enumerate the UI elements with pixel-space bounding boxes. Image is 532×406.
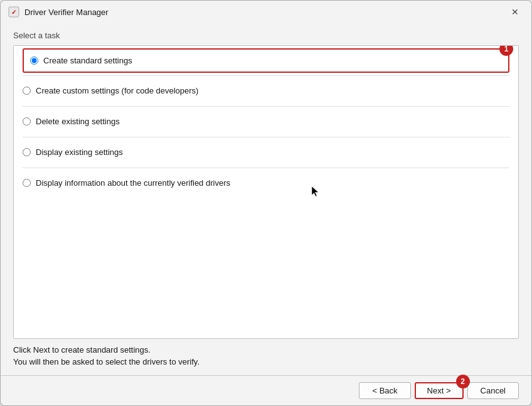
window-title: Driver Verifier Manager — [24, 8, 109, 17]
option-4-label[interactable]: Display existing settings — [36, 147, 123, 157]
option-4-row[interactable]: Display existing settings — [23, 137, 509, 168]
option-5-label[interactable]: Display information about the currently … — [36, 178, 230, 188]
radio-opt1[interactable] — [30, 56, 38, 65]
option-3-label[interactable]: Delete existing settings — [36, 117, 120, 126]
radio-opt2[interactable] — [23, 87, 31, 95]
cancel-button[interactable]: Cancel — [467, 382, 519, 399]
badge-2: 2 — [456, 375, 470, 388]
next-button[interactable]: Next > — [415, 382, 464, 399]
select-task-label: Select a task — [13, 31, 519, 40]
inner-options: 1 Create standard settings Create custom… — [14, 46, 518, 198]
option-2-label[interactable]: Create custom settings (for code develop… — [36, 86, 198, 95]
option-3-row[interactable]: Delete existing settings — [23, 107, 509, 137]
option-5-row[interactable]: Display information about the currently … — [23, 168, 509, 198]
hint-text-1: Click Next to create standard settings. — [13, 339, 151, 357]
back-button[interactable]: < Back — [359, 382, 410, 399]
close-button[interactable]: ✕ — [506, 3, 524, 21]
content-area: Select a task 1 Create standard settings… — [1, 23, 531, 375]
title-bar-left: ✓ Driver Verifier Manager — [8, 6, 109, 18]
badge-1: 1 — [499, 45, 513, 56]
footer: < Back 2 Next > Cancel — [1, 375, 531, 405]
option-2-row[interactable]: Create custom settings (for code develop… — [23, 76, 509, 106]
svg-text:✓: ✓ — [11, 9, 16, 16]
option-1-highlighted: Create standard settings — [23, 48, 509, 73]
hint-1: Click Next to create standard settings. — [13, 339, 519, 356]
option-1-label[interactable]: Create standard settings — [43, 56, 132, 65]
main-window: ✓ Driver Verifier Manager ✕ Select a tas… — [0, 0, 532, 406]
options-area: 1 Create standard settings Create custom… — [13, 45, 519, 339]
radio-opt4[interactable] — [23, 148, 31, 156]
radio-opt5[interactable] — [23, 179, 31, 187]
verifier-icon: ✓ — [8, 6, 19, 18]
hint-2: You will then be asked to select the dri… — [13, 356, 519, 369]
next-button-wrapper: 2 Next > — [415, 382, 464, 399]
title-bar: ✓ Driver Verifier Manager ✕ — [1, 1, 531, 23]
hint-text-2: You will then be asked to select the dri… — [13, 357, 200, 373]
radio-opt3[interactable] — [23, 117, 31, 126]
